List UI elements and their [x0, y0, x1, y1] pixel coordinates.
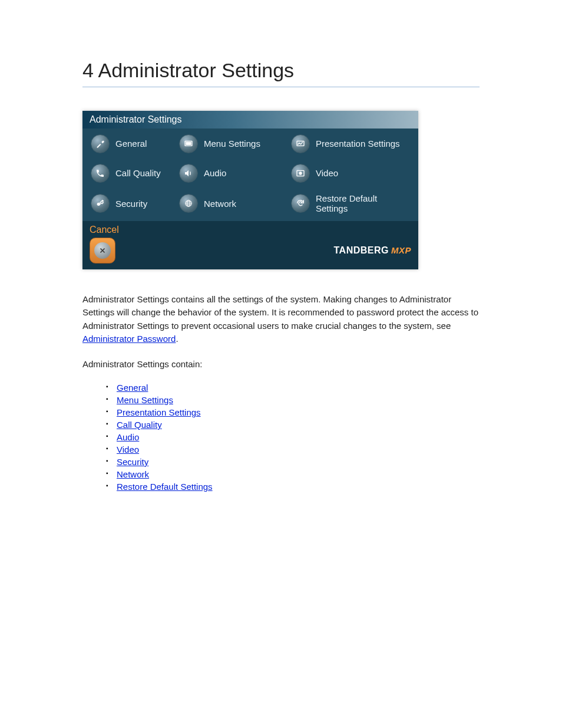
list-intro: Administrator Settings contain: — [82, 358, 480, 371]
menu-item-label: Video — [316, 168, 338, 178]
brand-main: TANDBERG — [334, 245, 389, 256]
refresh-icon — [291, 194, 310, 213]
intro-text-a: Administrator Settings contains all the … — [82, 294, 478, 331]
menu-item-label: Presentation Settings — [316, 139, 400, 149]
cancel-label: Cancel — [90, 225, 411, 235]
brand-logo: TANDBERG MXP — [334, 245, 412, 256]
admin-settings-panel: Administrator Settings General Menu Sett… — [82, 111, 418, 269]
phone-icon — [91, 164, 110, 183]
menu-item-label: Network — [204, 199, 236, 209]
speaker-icon — [179, 164, 198, 183]
link-restore-defaults[interactable]: Restore Default Settings — [117, 482, 213, 492]
link-presentation-settings[interactable]: Presentation Settings — [117, 407, 201, 417]
key-icon — [91, 194, 110, 213]
heading-rule — [82, 87, 480, 87]
list-item: Network — [106, 469, 480, 479]
link-call-quality[interactable]: Call Quality — [117, 420, 162, 430]
panel-footer: Cancel TANDBERG MXP — [82, 221, 418, 269]
menu-item-network[interactable]: Network — [179, 193, 291, 214]
menu-item-label: Menu Settings — [204, 139, 260, 149]
list-item: Menu Settings — [106, 395, 480, 405]
svg-rect-1 — [186, 142, 191, 144]
admin-password-link[interactable]: Administrator Password — [82, 334, 176, 344]
wrench-icon — [91, 134, 110, 153]
list-item: Call Quality — [106, 420, 480, 430]
monitor-icon — [179, 134, 198, 153]
page-heading: 4 Administrator Settings — [82, 59, 480, 82]
list-item: General — [106, 383, 480, 393]
menu-item-video[interactable]: Video — [291, 164, 409, 183]
menu-item-label: Call Quality — [115, 168, 161, 178]
brand-sub: MXP — [391, 245, 411, 255]
close-icon — [94, 242, 111, 259]
intro-paragraph: Administrator Settings contains all the … — [82, 293, 480, 346]
menu-item-restore-defaults[interactable]: Restore Default Settings — [291, 193, 409, 214]
svg-point-4 — [299, 172, 302, 174]
menu-item-label: Restore Default Settings — [316, 193, 409, 214]
list-item: Restore Default Settings — [106, 482, 480, 492]
link-network[interactable]: Network — [117, 469, 149, 479]
svg-rect-2 — [297, 141, 304, 146]
menu-item-label: Audio — [204, 168, 226, 178]
cancel-button[interactable] — [90, 238, 115, 263]
menu-item-presentation[interactable]: Presentation Settings — [291, 134, 409, 153]
list-item: Video — [106, 444, 480, 454]
panel-title: Administrator Settings — [82, 111, 418, 129]
menu-item-general[interactable]: General — [91, 134, 179, 153]
menu-item-call-quality[interactable]: Call Quality — [91, 164, 179, 183]
link-video[interactable]: Video — [117, 444, 139, 454]
settings-link-list: General Menu Settings Presentation Setti… — [106, 383, 480, 492]
link-audio[interactable]: Audio — [117, 432, 139, 442]
menu-item-audio[interactable]: Audio — [179, 164, 291, 183]
panel-body: General Menu Settings Presentation Setti… — [82, 129, 418, 221]
globe-icon — [179, 194, 198, 213]
menu-item-menu-settings[interactable]: Menu Settings — [179, 134, 291, 153]
chart-icon — [291, 134, 310, 153]
link-security[interactable]: Security — [117, 457, 148, 467]
list-item: Security — [106, 457, 480, 467]
menu-item-security[interactable]: Security — [91, 193, 179, 214]
menu-item-label: General — [115, 139, 147, 149]
intro-text-b: . — [176, 334, 178, 344]
video-icon — [291, 164, 310, 183]
menu-item-label: Security — [115, 199, 147, 209]
list-item: Presentation Settings — [106, 407, 480, 417]
link-menu-settings[interactable]: Menu Settings — [117, 395, 173, 405]
list-item: Audio — [106, 432, 480, 442]
link-general[interactable]: General — [117, 383, 148, 393]
